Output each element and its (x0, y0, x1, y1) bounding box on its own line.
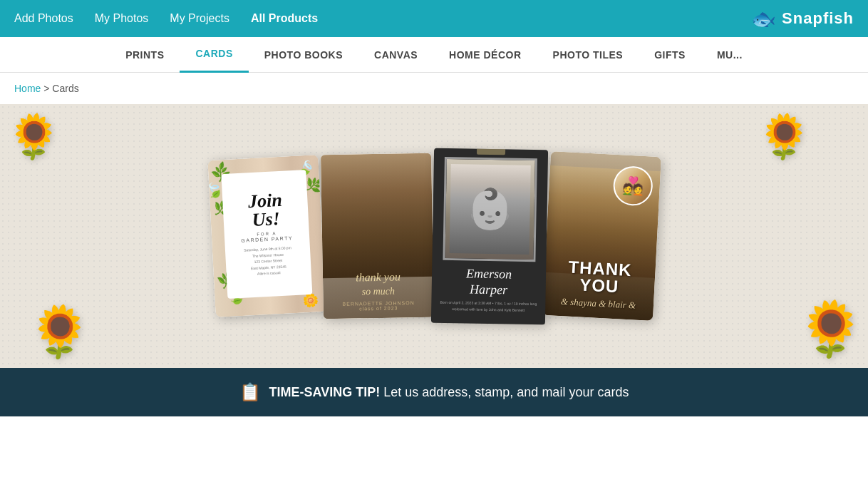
cat-nav-photo-tiles[interactable]: PHOTO TILES (537, 37, 639, 73)
baby-birth-details: Born on April 2, 2023 at 3:38 AM • 7 lbs… (440, 299, 537, 312)
card-wedding-thankyou[interactable]: 💑 THANK YOU & shayna & blair & (542, 151, 661, 321)
baby-name: Emerson Harper (465, 266, 512, 297)
breadcrumb: Home > Cards (0, 73, 868, 104)
card-thankyou-grad[interactable]: thank you so much BERNADETTE JOHNSONclas… (321, 153, 434, 319)
card-invite[interactable]: 🌿 🍃 🌿 🍃 🌿 🌿 🍃 JoinUs! FOR A GARDEN PARTY… (207, 155, 326, 317)
nav-add-photos[interactable]: Add Photos (14, 12, 73, 25)
grad-person-name: BERNADETTE JOHNSONclass of 2023 (342, 300, 414, 312)
cat-nav-gifts[interactable]: GIFTS (639, 37, 701, 73)
wedding-thank-text: THANK YOU & shayna & blair & (560, 258, 638, 311)
nav-my-projects[interactable]: My Projects (170, 12, 229, 25)
baby-photo-frame: 👶 (443, 156, 537, 261)
breadcrumb-separator: > (43, 83, 52, 94)
cat-nav-inner: PRINTS CARDS PHOTO BOOKS CANVAS HOME DÉC… (110, 37, 758, 73)
tape-decoration (477, 148, 505, 155)
cat-nav-cards[interactable]: CARDS (180, 37, 248, 73)
tip-icon: 📋 (239, 382, 261, 402)
grad-thank-line2: so much (342, 285, 415, 299)
nav-arrow-indicator (279, 25, 290, 31)
hero-cards-container: 🌿 🍃 🌿 🍃 🌿 🌿 🍃 JoinUs! FOR A GARDEN PARTY… (0, 104, 868, 368)
tip-banner: 📋 TIME-SAVING TIP! Let us address, stamp… (0, 368, 868, 416)
nav-all-products[interactable]: All Products (251, 12, 318, 25)
tip-text: TIME-SAVING TIP! Let us address, stamp, … (269, 385, 629, 400)
top-nav: Add Photos My Photos My Projects All Pro… (0, 0, 868, 37)
tip-bold-text: TIME-SAVING TIP! (269, 385, 381, 399)
cat-nav-canvas[interactable]: CANVAS (358, 37, 433, 73)
cat-nav-home-decor[interactable]: HOME DÉCOR (433, 37, 537, 73)
card-invite-details: Saturday, June 9th at 5:00 pmThe Wilsons… (241, 245, 294, 277)
category-nav: PRINTS CARDS PHOTO BOOKS CANVAS HOME DÉC… (0, 37, 868, 73)
cat-nav-mugs[interactable]: MU... (701, 37, 758, 73)
baby-photo: 👶 (445, 158, 534, 259)
card-invite-title: JoinUs! (239, 190, 292, 230)
grad-thankyou-text: thank you so much BERNADETTE JOHNSONclas… (341, 270, 414, 312)
cat-nav-photo-books[interactable]: PHOTO BOOKS (249, 37, 358, 73)
card-baby-announcement[interactable]: 👶 Emerson Harper Born on April 2, 2023 a… (430, 148, 547, 324)
nav-my-photos[interactable]: My Photos (95, 12, 149, 25)
cat-nav-prints[interactable]: PRINTS (110, 37, 180, 73)
hero-banner: 🌻 🌻 🌻 🌻 🌿 🍃 🌿 🍃 🌿 🌿 🍃 JoinUs! FOR (0, 104, 868, 368)
tip-regular-text: Let us address, stamp, and mail your car… (383, 385, 629, 399)
logo-icon: 🐟 (751, 7, 776, 31)
top-nav-links: Add Photos My Photos My Projects All Pro… (14, 12, 318, 25)
logo-area: 🐟 Snapfish (751, 7, 854, 31)
grad-thank-line1: thank you (341, 270, 414, 286)
breadcrumb-home-link[interactable]: Home (14, 83, 41, 94)
logo-text: Snapfish (782, 9, 854, 28)
breadcrumb-current: Cards (52, 83, 78, 94)
